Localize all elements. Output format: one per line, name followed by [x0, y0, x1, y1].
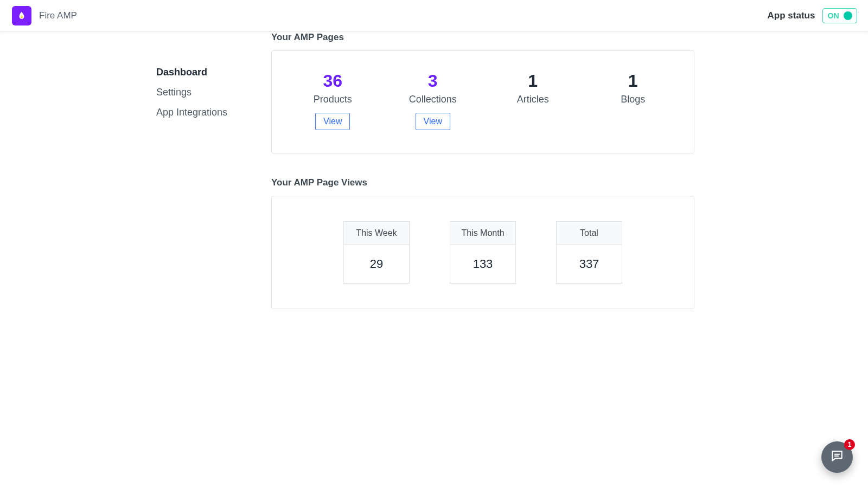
views-box-label: This Month — [450, 222, 515, 245]
amp-views-card: This Week 29 This Month 133 Total 337 — [271, 196, 694, 309]
header: Fire AMP App status ON — [0, 0, 868, 32]
chat-icon — [830, 449, 844, 465]
stat-value: 1 — [483, 72, 583, 91]
views-box-value: 29 — [344, 245, 409, 283]
stat-label: Products — [283, 94, 383, 105]
amp-pages-card: 36 Products View 3 Collections View 1 Ar… — [271, 50, 694, 153]
stat-collections: 3 Collections View — [383, 72, 483, 130]
sidebar-item-label: Settings — [156, 87, 192, 98]
sidebar-item-label: Dashboard — [156, 67, 207, 78]
stat-products: 36 Products View — [283, 72, 383, 130]
stat-blogs: 1 Blogs — [583, 72, 684, 130]
views-total: Total 337 — [556, 221, 622, 284]
views-box-label: Total — [557, 222, 622, 245]
brand: Fire AMP — [12, 6, 77, 25]
app-status: App status ON — [768, 8, 857, 23]
section-title-pages: Your AMP Pages — [271, 32, 694, 43]
views-box-label: This Week — [344, 222, 409, 245]
sidebar-item-dashboard[interactable]: Dashboard — [156, 62, 271, 82]
views-this-week: This Week 29 — [343, 221, 410, 284]
app-status-toggle-text: ON — [827, 11, 839, 20]
sidebar-item-settings[interactable]: Settings — [156, 82, 271, 102]
app-status-label: App status — [768, 10, 815, 21]
views-this-month: This Month 133 — [450, 221, 516, 284]
stat-label: Collections — [383, 94, 483, 105]
view-collections-button[interactable]: View — [416, 113, 450, 130]
flame-icon — [17, 10, 27, 22]
stat-value: 1 — [583, 72, 684, 91]
app-status-toggle[interactable]: ON — [822, 8, 857, 23]
chat-button[interactable]: 1 — [821, 441, 853, 473]
stat-label: Blogs — [583, 94, 684, 105]
stat-value: 36 — [283, 72, 383, 91]
chat-badge: 1 — [844, 439, 855, 450]
view-products-button[interactable]: View — [315, 113, 350, 130]
status-indicator-dot — [844, 11, 852, 20]
views-box-value: 133 — [450, 245, 515, 283]
layout: Dashboard Settings App Integrations Your… — [0, 32, 868, 309]
app-logo — [12, 6, 31, 25]
section-title-views: Your AMP Page Views — [271, 177, 694, 188]
sidebar-item-app-integrations[interactable]: App Integrations — [156, 102, 271, 123]
main: Your AMP Pages 36 Products View 3 Collec… — [271, 32, 716, 309]
sidebar: Dashboard Settings App Integrations — [0, 32, 271, 309]
sidebar-item-label: App Integrations — [156, 107, 227, 118]
views-box-value: 337 — [557, 245, 622, 283]
stat-label: Articles — [483, 94, 583, 105]
stat-articles: 1 Articles — [483, 72, 583, 130]
stat-value: 3 — [383, 72, 483, 91]
app-name: Fire AMP — [39, 10, 77, 21]
